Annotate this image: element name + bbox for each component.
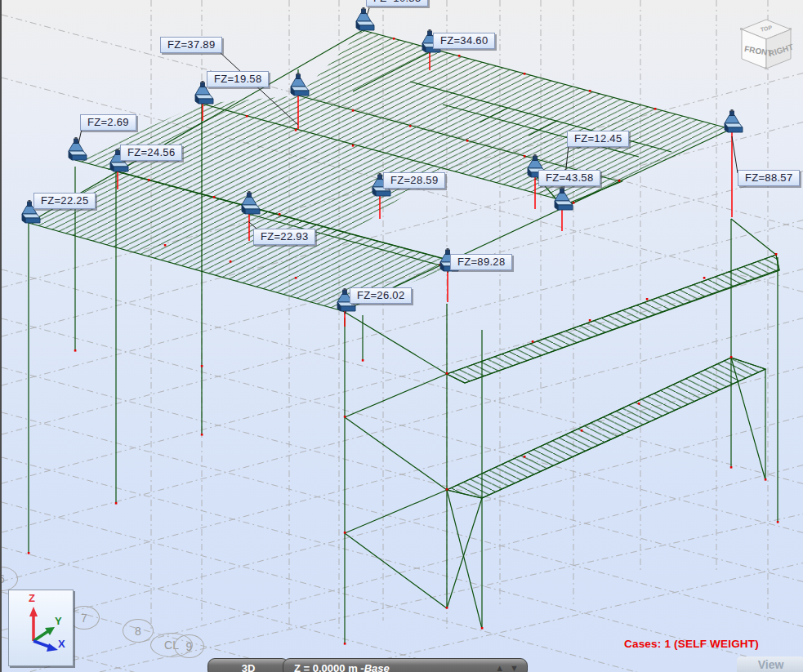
level-label: Z = 0.0000 m -: [294, 662, 364, 672]
x-axis-label: X: [58, 638, 65, 650]
z-axis-label: Z: [29, 592, 35, 604]
level-selector[interactable]: Z = 0.0000 m - Base ▲ ▼: [283, 658, 528, 672]
case-banner: Cases: 1 (SELF WEIGHT): [624, 638, 759, 650]
structure-3d-view[interactable]: TOP FRONT RIGHT FZ=10.85 FZ=37.89 FZ=19.…: [0, 0, 803, 672]
view-cube[interactable]: TOP FRONT RIGHT: [740, 20, 794, 69]
reaction-label-fz: FZ=12.45: [567, 131, 629, 147]
grid-bubble: 8: [123, 619, 154, 643]
reaction-label-fz: FZ=22.25: [33, 193, 96, 209]
reaction-label-fz: FZ=19.58: [207, 71, 269, 87]
axis-triad-panel: Z Y X: [8, 590, 74, 666]
reaction-label-fz: FZ=22.93: [253, 229, 315, 245]
x-axis-arrow: [47, 643, 58, 652]
z-axis-arrow: [29, 607, 38, 616]
level-name: Base: [364, 662, 390, 672]
reaction-label-fz: FZ=89.28: [450, 254, 512, 270]
view-window-tab[interactable]: View: [737, 656, 803, 672]
level-up-button[interactable]: ▲: [495, 663, 506, 672]
reaction-label-fz: FZ=28.59: [383, 172, 445, 189]
structure-viewport[interactable]: TOP FRONT RIGHT: [2, 0, 803, 672]
reaction-label-fz: FZ=24.56: [120, 145, 182, 161]
reaction-label-fz: FZ=34.60: [433, 33, 495, 49]
y-axis-label: Y: [55, 615, 62, 627]
deck-hatch: [29, 30, 731, 311]
reaction-label-fz: FZ=37.89: [160, 37, 222, 53]
view-mode-selector[interactable]: 3D: [207, 658, 289, 672]
reaction-label-fz: FZ=26.02: [350, 287, 412, 304]
grid-bubble: 9: [174, 634, 204, 658]
view-mode-label: 3D: [242, 662, 256, 672]
reaction-label-fz: FZ=2.69: [80, 114, 136, 131]
level-down-button[interactable]: ▼: [510, 663, 520, 672]
reaction-label-fz: FZ=88.57: [738, 170, 800, 186]
reaction-label-fz: FZ=43.58: [538, 170, 600, 186]
reaction-label-fz: FZ=10.85: [366, 0, 428, 7]
